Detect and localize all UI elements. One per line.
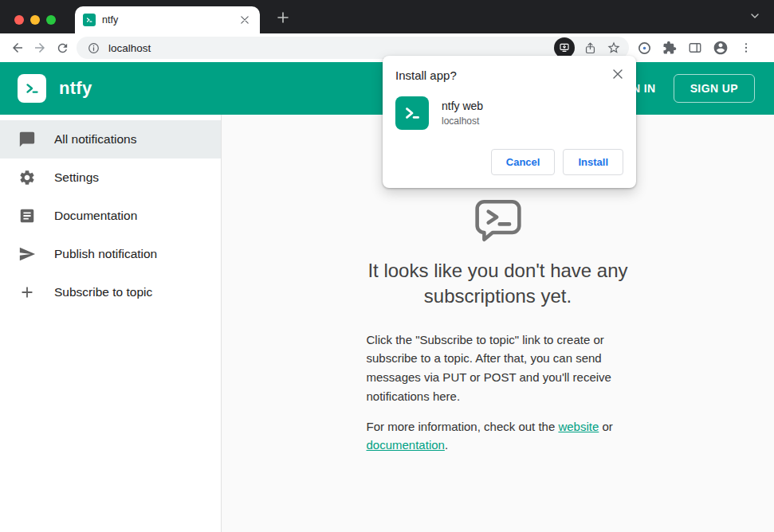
minimize-window-button[interactable]: [30, 15, 40, 25]
sidebar-item-label: Settings: [54, 170, 99, 185]
gear-icon: [18, 168, 37, 187]
fullscreen-window-button[interactable]: [46, 15, 56, 25]
browser-tab[interactable]: ntfy: [75, 6, 260, 33]
site-info-icon[interactable]: [84, 39, 102, 57]
dialog-app-row: ntfy web localhost: [395, 96, 623, 130]
ntfy-app-icon: [395, 96, 429, 130]
chat-icon: [18, 130, 37, 149]
install-app-dialog: Install app? ntfy web localhost Cancel I…: [383, 56, 636, 188]
extensions-puzzle-icon[interactable]: [661, 39, 678, 57]
tab-close-icon[interactable]: [238, 13, 252, 27]
toolbar-right-icons: [635, 39, 755, 57]
dialog-app-origin: localhost: [442, 115, 483, 127]
sign-up-button[interactable]: SIGN UP: [674, 74, 755, 103]
empty-state-logo-icon: [473, 198, 524, 247]
new-tab-button[interactable]: [274, 9, 292, 26]
sidebar-item-settings[interactable]: Settings: [0, 158, 221, 197]
empty-state-title: It looks like you don't have any subscri…: [331, 258, 666, 310]
bookmark-star-icon[interactable]: [605, 39, 623, 57]
article-icon: [18, 206, 37, 225]
reload-button[interactable]: [51, 37, 73, 59]
install-button[interactable]: Install: [563, 149, 623, 175]
browser-menu-kebab-icon[interactable]: [737, 39, 755, 57]
cancel-button[interactable]: Cancel: [491, 149, 556, 175]
tab-title: ntfy: [102, 14, 231, 25]
close-window-button[interactable]: [14, 15, 24, 25]
extension-icon[interactable]: [635, 39, 653, 57]
documentation-link[interactable]: documentation: [367, 438, 445, 452]
sidebar-item-label: All notifications: [54, 132, 136, 147]
tab-list-chevron-icon[interactable]: [748, 10, 761, 25]
dialog-actions: Cancel Install: [395, 149, 623, 175]
sidebar-item-documentation[interactable]: Documentation: [0, 197, 221, 235]
dialog-title: Install app?: [395, 68, 623, 82]
send-icon: [18, 244, 37, 264]
sidebar-item-all-notifications[interactable]: All notifications: [0, 120, 221, 158]
empty-state-more-info: For more information, check out the webs…: [367, 417, 630, 455]
empty-state-help-text: Click the "Subscribe to topic" link to c…: [367, 331, 630, 406]
dialog-app-info: ntfy web localhost: [442, 100, 483, 127]
more-info-middle: or: [599, 420, 613, 433]
tab-strip: ntfy: [0, 0, 774, 33]
ntfy-favicon: [83, 14, 96, 26]
share-icon[interactable]: [581, 39, 599, 57]
more-info-suffix: .: [445, 438, 448, 452]
dialog-app-name: ntfy web: [442, 100, 483, 112]
website-link[interactable]: website: [558, 420, 599, 433]
sidebar-item-subscribe-to-topic[interactable]: Subscribe to topic: [0, 273, 221, 311]
url-text: localhost: [108, 42, 548, 54]
sidebar-item-label: Subscribe to topic: [54, 285, 152, 299]
forward-button[interactable]: [29, 37, 51, 59]
sidebar-item-label: Documentation: [54, 209, 137, 223]
sidebar: All notifications Settings Documentation…: [0, 115, 222, 532]
back-button[interactable]: [6, 37, 29, 59]
sidebar-item-label: Publish notification: [54, 247, 157, 261]
sidebar-item-publish-notification[interactable]: Publish notification: [0, 235, 221, 273]
app-title: ntfy: [59, 78, 92, 99]
plus-icon: [18, 283, 37, 302]
more-info-prefix: For more information, check out the: [367, 420, 559, 433]
ntfy-logo-icon: [18, 74, 46, 103]
window-controls: [14, 15, 56, 25]
dialog-close-icon[interactable]: [610, 66, 626, 82]
profile-avatar[interactable]: [712, 39, 729, 57]
side-panel-icon[interactable]: [686, 39, 704, 57]
